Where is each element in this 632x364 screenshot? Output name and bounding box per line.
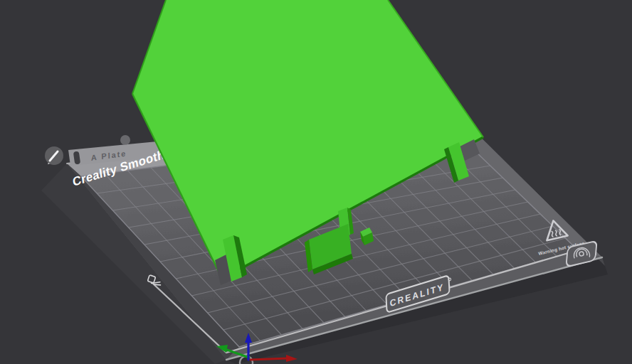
plate-handle-icon[interactable] bbox=[120, 135, 130, 145]
viewport-3d-scene: A Plate Creality Smooth Warning hot surf… bbox=[0, 0, 632, 364]
slicer-viewport: A Plate Creality Smooth Warning hot surf… bbox=[0, 0, 632, 364]
edit-plate-button[interactable] bbox=[45, 146, 63, 165]
